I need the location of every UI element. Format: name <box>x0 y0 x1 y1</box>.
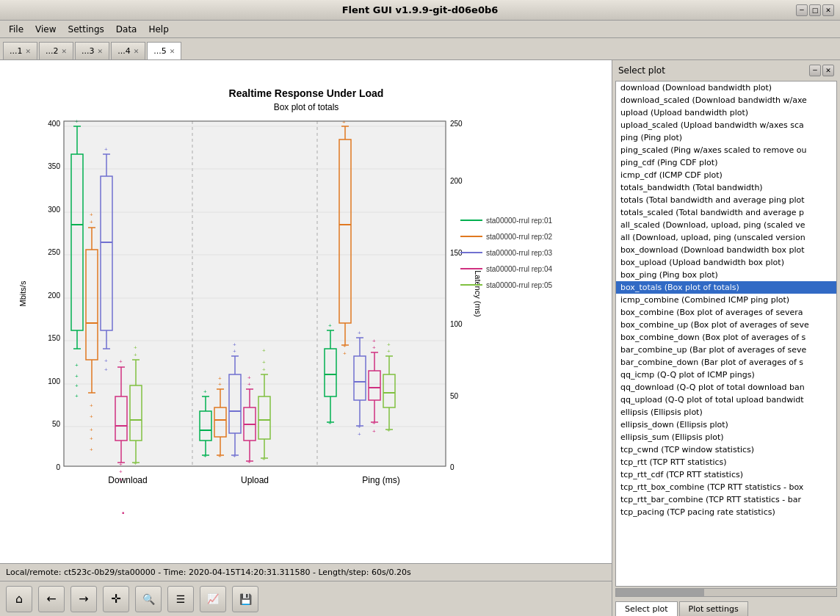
panel-minimize-button[interactable]: ─ <box>809 65 821 76</box>
svg-text:+: + <box>90 211 93 218</box>
plot-list-item-ellipsis_down[interactable]: ellipsis_down (Ellipsis plot) <box>616 418 836 431</box>
right-panel: Select plot ─ ✕ download (Download bandw… <box>612 60 840 616</box>
plot-list-item-ping[interactable]: ping (Ping plot) <box>616 131 836 144</box>
svg-text:+: + <box>233 341 236 348</box>
plot-list-item-all_scaled[interactable]: all_scaled (Download, upload, ping (scal… <box>616 219 836 231</box>
forward-button[interactable]: → <box>70 586 97 612</box>
svg-text:+: + <box>75 383 79 389</box>
toolbar: ⌂ ← → ✛ 🔍 ☰ 📈 💾 <box>0 581 612 616</box>
tab-4-close[interactable]: ✕ <box>134 48 140 55</box>
svg-text:+: + <box>387 427 391 434</box>
status-text: Local/remote: ct523c-0b29/sta00000 - Tim… <box>6 568 411 577</box>
plot-list-item-download[interactable]: download (Download bandwidth plot) <box>616 81 836 94</box>
tab-5[interactable]: ...5 ✕ <box>147 42 181 59</box>
svg-text:50: 50 <box>450 392 459 400</box>
svg-text:+: + <box>247 381 251 388</box>
svg-text:+: + <box>75 373 79 380</box>
plot-list-item-box_combine_down[interactable]: box_combine_down (Box plot of averages o… <box>616 331 836 344</box>
back-button[interactable]: ← <box>38 586 65 612</box>
chart-title: Realtime Response Under Load <box>228 87 383 99</box>
tab-4[interactable]: ...4 ✕ <box>111 42 145 59</box>
svg-text:+: + <box>90 427 93 433</box>
svg-text:350: 350 <box>48 162 60 170</box>
svg-text:+: + <box>233 453 236 460</box>
svg-text:sta00000-rrul rep:03: sta00000-rrul rep:03 <box>486 249 552 257</box>
menu-settings[interactable]: Settings <box>62 23 110 36</box>
panel-close-button[interactable]: ✕ <box>822 65 834 76</box>
zoom-button[interactable]: 🔍 <box>135 586 162 612</box>
tab-2[interactable]: ...2 ✕ <box>39 42 73 59</box>
tab-plot-settings[interactable]: Plot settings <box>679 601 748 616</box>
menu-help[interactable]: Help <box>142 23 174 36</box>
plot-list-item-tcp_rtt_cdf[interactable]: tcp_rtt_cdf (TCP RTT statistics) <box>616 468 836 481</box>
tab-3[interactable]: ...3 ✕ <box>75 42 109 59</box>
plot-list-item-totals_scaled[interactable]: totals_scaled (Total bandwidth and avera… <box>616 206 836 219</box>
pan-button[interactable]: ✛ <box>103 586 129 612</box>
plot-list-item-all[interactable]: all (Download, upload, ping (unscaled ve… <box>616 231 836 244</box>
tab-select-plot[interactable]: Select plot <box>615 601 678 616</box>
plot-list-item-icmp_cdf[interactable]: icmp_cdf (ICMP CDF plot) <box>616 169 836 181</box>
plot-list[interactable]: download (Download bandwidth plot)downlo… <box>615 81 837 587</box>
plot-list-item-box_download[interactable]: box_download (Download bandwidth box plo… <box>616 244 836 256</box>
plot-list-item-qq_upload[interactable]: qq_upload (Q-Q plot of total upload band… <box>616 394 836 406</box>
svg-text:+: + <box>104 366 108 373</box>
panel-scrollbar[interactable] <box>615 588 837 597</box>
svg-text:Mbits/s: Mbits/s <box>18 280 27 306</box>
plot-list-item-ping_cdf[interactable]: ping_cdf (Ping CDF plot) <box>616 156 836 169</box>
tab-1[interactable]: ...1 ✕ <box>3 42 37 59</box>
tab-5-close[interactable]: ✕ <box>170 48 175 55</box>
plot-list-item-box_totals[interactable]: box_totals (Box plot of totals) <box>616 281 836 294</box>
plot-list-item-tcp_rtt_box_combine[interactable]: tcp_rtt_box_combine (TCP RTT statistics … <box>616 481 836 493</box>
plot-list-item-ping_scaled[interactable]: ping_scaled (Ping w/axes scaled to remov… <box>616 144 836 156</box>
plot-list-item-box_upload[interactable]: box_upload (Upload bandwidth box plot) <box>616 256 836 269</box>
tab-2-close[interactable]: ✕ <box>62 48 68 55</box>
settings-button[interactable]: ☰ <box>167 586 194 612</box>
menu-view[interactable]: View <box>29 23 62 36</box>
menu-file[interactable]: File <box>3 23 29 36</box>
minimize-button[interactable]: ─ <box>796 4 808 16</box>
svg-text:200: 200 <box>48 291 60 300</box>
svg-text:Upload: Upload <box>240 475 268 485</box>
plot-list-item-bar_combine_up[interactable]: bar_combine_up (Bar plot of averages of … <box>616 344 836 356</box>
plot-list-item-box_combine_up[interactable]: box_combine_up (Box plot of averages of … <box>616 319 836 331</box>
svg-text:+: + <box>75 393 79 399</box>
menu-bar: File View Settings Data Help <box>0 21 840 38</box>
svg-text:100: 100 <box>450 320 463 328</box>
plot-list-item-download_scaled[interactable]: download_scaled (Download bandwidth w/ax… <box>616 94 836 106</box>
chart-button[interactable]: 📈 <box>200 586 226 612</box>
svg-text:+: + <box>104 146 108 153</box>
plot-list-item-tcp_pacing[interactable]: tcp_pacing (TCP pacing rate statistics) <box>616 506 836 518</box>
plot-list-item-tcp_rtt[interactable]: tcp_rtt (TCP RTT statistics) <box>616 456 836 468</box>
save-button[interactable]: 💾 <box>232 586 258 612</box>
plot-list-item-icmp_combine[interactable]: icmp_combine (Combined ICMP ping plot) <box>616 294 836 306</box>
tab-1-close[interactable]: ✕ <box>26 48 32 55</box>
svg-text:+: + <box>75 362 79 369</box>
home-button[interactable]: ⌂ <box>6 586 32 612</box>
plot-list-item-tcp_rtt_bar_combine[interactable]: tcp_rtt_bar_combine (TCP RTT statistics … <box>616 493 836 506</box>
svg-text:+: + <box>328 322 332 329</box>
svg-text:+: + <box>218 381 222 388</box>
svg-text:+: + <box>218 453 222 460</box>
plot-list-item-upload_scaled[interactable]: upload_scaled (Upload bandwidth w/axes s… <box>616 119 836 131</box>
svg-text:sta00000-rrul rep:04: sta00000-rrul rep:04 <box>486 265 552 273</box>
plot-list-item-qq_download[interactable]: qq_download (Q-Q plot of total download … <box>616 381 836 394</box>
plot-list-item-box_ping[interactable]: box_ping (Ping box plot) <box>616 269 836 281</box>
close-button[interactable]: ✕ <box>822 4 834 16</box>
plot-list-item-bar_combine_down[interactable]: bar_combine_down (Bar plot of averages o… <box>616 356 836 369</box>
plot-list-item-upload[interactable]: upload (Upload bandwidth plot) <box>616 106 836 119</box>
plot-list-item-ellipsis[interactable]: ellipsis (Ellipsis plot) <box>616 406 836 418</box>
window-title: Flent GUI v1.9.9-git-d06e0b6 <box>342 4 499 15</box>
plot-list-item-qq_icmp[interactable]: qq_icmp (Q-Q plot of ICMP pings) <box>616 369 836 381</box>
plot-list-item-box_combine[interactable]: box_combine (Box plot of averages of sev… <box>616 306 836 319</box>
panel-title: Select plot <box>618 65 665 76</box>
svg-text:+: + <box>247 374 251 381</box>
maximize-button[interactable]: □ <box>809 4 821 16</box>
tab-bar: ...1 ✕ ...2 ✕ ...3 ✕ ...4 ✕ ...5 ✕ <box>0 38 840 60</box>
plot-list-item-totals_bandwidth[interactable]: totals_bandwidth (Total bandwidth) <box>616 181 836 194</box>
plot-list-item-ellipsis_sum[interactable]: ellipsis_sum (Ellipsis plot) <box>616 431 836 443</box>
plot-list-item-tcp_cwnd[interactable]: tcp_cwnd (TCP window statistics) <box>616 443 836 456</box>
menu-data[interactable]: Data <box>110 23 143 36</box>
tab-3-close[interactable]: ✕ <box>98 48 104 55</box>
plot-list-item-totals[interactable]: totals (Total bandwidth and average ping… <box>616 194 836 206</box>
svg-text:+: + <box>387 341 391 348</box>
